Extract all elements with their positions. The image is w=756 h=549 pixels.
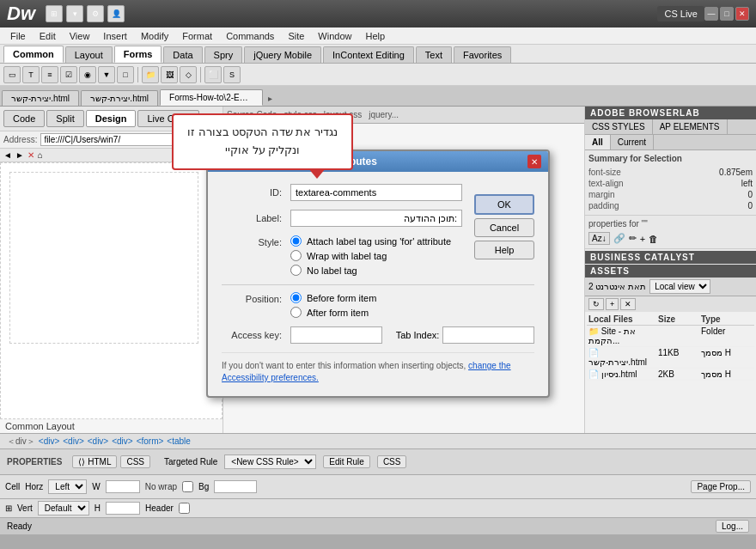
close-button[interactable]: ✕ bbox=[735, 7, 749, 21]
select-icon[interactable]: ▼ bbox=[98, 66, 115, 83]
spry-icon[interactable]: S bbox=[223, 66, 241, 83]
no-wrap-checkbox[interactable] bbox=[182, 481, 193, 492]
tab-common[interactable]: Common bbox=[3, 46, 64, 63]
label-input[interactable] bbox=[290, 210, 462, 227]
textarea-icon[interactable]: ≡ bbox=[41, 66, 58, 83]
horz-select[interactable]: Left bbox=[48, 479, 87, 494]
minimize-button[interactable]: — bbox=[704, 7, 718, 21]
breadcrumb-div2[interactable]: <div> bbox=[63, 436, 83, 446]
grid-icon[interactable]: ⊞ bbox=[46, 5, 63, 22]
breadcrumb-div1[interactable]: <div> bbox=[39, 436, 59, 446]
refresh-btn[interactable]: ↻ bbox=[588, 298, 604, 310]
add-icon[interactable]: + bbox=[640, 234, 645, 244]
radio-icon[interactable]: ◉ bbox=[79, 66, 96, 83]
ok-button[interactable]: OK bbox=[474, 194, 534, 215]
link-icon[interactable]: 🔗 bbox=[613, 233, 625, 244]
new-file-btn[interactable]: + bbox=[606, 298, 619, 310]
id-input[interactable] bbox=[290, 184, 462, 201]
breadcrumb-div4[interactable]: <div> bbox=[112, 436, 132, 446]
hidden-icon[interactable]: ◇ bbox=[180, 66, 197, 83]
dialog-close-btn[interactable]: ✕ bbox=[527, 155, 541, 168]
jquery-tab[interactable]: jquery... bbox=[369, 110, 399, 119]
breadcrumb-table[interactable]: <table bbox=[167, 436, 191, 446]
menu-file[interactable]: File bbox=[3, 29, 33, 43]
html-toggle-btn[interactable]: ⟨⟩ HTML bbox=[72, 455, 117, 468]
delete-icon[interactable]: 🗑 bbox=[649, 234, 658, 244]
menu-edit[interactable]: Edit bbox=[33, 29, 63, 43]
down-arrow-icon[interactable]: ▾ bbox=[66, 5, 83, 22]
textfield-icon[interactable]: T bbox=[22, 66, 40, 83]
access-key-input[interactable] bbox=[290, 326, 382, 344]
css-styles-tab[interactable]: CSS STYLES bbox=[585, 119, 653, 134]
page-prop-btn[interactable]: Page Prop... bbox=[691, 480, 751, 493]
back-btn[interactable]: ◄ bbox=[3, 150, 12, 160]
breadcrumb-form[interactable]: <form> bbox=[137, 436, 164, 446]
tab-data[interactable]: Data bbox=[163, 46, 202, 63]
code-view-btn[interactable]: Code bbox=[3, 110, 45, 127]
css-panel-btn[interactable]: CSS bbox=[377, 455, 407, 468]
ap-elements-tab[interactable]: AP ELEMENTS bbox=[653, 119, 728, 134]
button-icon[interactable]: □ bbox=[117, 66, 134, 83]
tab-incontext[interactable]: InContext Editing bbox=[323, 46, 414, 63]
settings-icon[interactable]: ⚙ bbox=[87, 5, 104, 22]
file-item-html2[interactable]: 📄 ניסיון.html 2KB מסמך H bbox=[587, 369, 754, 381]
tab-jquery-mobile[interactable]: jQuery Mobile bbox=[244, 46, 321, 63]
menu-site[interactable]: Site bbox=[281, 29, 311, 43]
css-toggle-btn[interactable]: CSS bbox=[120, 455, 150, 468]
image-icon[interactable]: 🖼 bbox=[161, 66, 178, 83]
doc-tab-3[interactable]: Forms-How-to\2-Empty\יצירת-קשר.html bbox=[160, 89, 263, 106]
menu-insert[interactable]: Insert bbox=[96, 29, 134, 43]
tab-text[interactable]: Text bbox=[416, 46, 452, 63]
tab-forms[interactable]: Forms bbox=[114, 46, 162, 63]
style-option-none[interactable]: No label tag bbox=[290, 265, 534, 276]
doc-tab-1[interactable]: יצירת-קשר.html bbox=[2, 90, 79, 106]
tab-all[interactable]: All bbox=[585, 135, 611, 149]
file-item-site[interactable]: 📁 Site - את הקמת... Folder bbox=[587, 326, 754, 347]
tab-index-input[interactable] bbox=[442, 326, 534, 344]
menu-help[interactable]: Help bbox=[358, 29, 392, 43]
header-checkbox[interactable] bbox=[179, 503, 190, 514]
file-field-icon[interactable]: 📁 bbox=[142, 66, 159, 83]
split-view-btn[interactable]: Split bbox=[46, 110, 83, 127]
style-radio-wrap[interactable] bbox=[290, 250, 302, 261]
vert-select[interactable]: Default bbox=[38, 501, 89, 515]
stop-btn[interactable]: ✕ bbox=[27, 150, 34, 160]
doc-tab-2[interactable]: יצירת-קשר.html bbox=[81, 90, 158, 106]
bg-input[interactable] bbox=[214, 480, 257, 493]
style-radio-none[interactable] bbox=[290, 265, 302, 276]
tab-favorites[interactable]: Favorites bbox=[454, 46, 511, 63]
design-view-btn[interactable]: Design bbox=[86, 110, 137, 127]
fieldset-icon[interactable]: ⬜ bbox=[204, 66, 222, 83]
doc-tab-more[interactable]: ▸ bbox=[263, 91, 277, 106]
h-input[interactable] bbox=[106, 502, 140, 515]
az-sort-btn[interactable]: Az↓ bbox=[588, 232, 610, 245]
checkbox-icon[interactable]: ☑ bbox=[60, 66, 77, 83]
person-icon[interactable]: 👤 bbox=[107, 5, 125, 22]
position-radio-before[interactable] bbox=[290, 292, 302, 303]
cancel-button[interactable]: Cancel bbox=[474, 218, 534, 237]
position-before[interactable]: Before form item bbox=[290, 292, 534, 303]
position-after[interactable]: After form item bbox=[290, 307, 534, 318]
edit-rule-btn[interactable]: Edit Rule bbox=[323, 455, 370, 468]
breadcrumb-div3[interactable]: <div> bbox=[88, 436, 108, 446]
file-item-html1[interactable]: 📄 יצירת-קשר.html 11KB מסמך H bbox=[587, 347, 754, 369]
style-radio-attach[interactable] bbox=[290, 235, 302, 247]
home-btn[interactable]: ⌂ bbox=[38, 150, 43, 160]
tab-layout[interactable]: Layout bbox=[65, 46, 113, 63]
menu-format[interactable]: Format bbox=[175, 29, 219, 43]
menu-modify[interactable]: Modify bbox=[134, 29, 175, 43]
tab-spry[interactable]: Spry bbox=[204, 46, 243, 63]
menu-commands[interactable]: Commands bbox=[219, 29, 281, 43]
w-input[interactable] bbox=[106, 480, 140, 493]
log-btn[interactable]: Log... bbox=[716, 520, 749, 533]
targeted-rule-select[interactable]: <New CSS Rule> bbox=[224, 454, 316, 469]
maximize-button[interactable]: □ bbox=[720, 7, 734, 21]
form-icon[interactable]: ▭ bbox=[3, 66, 21, 83]
position-radio-after[interactable] bbox=[290, 307, 302, 318]
view-select[interactable]: Local view bbox=[649, 279, 710, 294]
menu-view[interactable]: View bbox=[63, 29, 97, 43]
forward-btn[interactable]: ► bbox=[15, 150, 24, 160]
tab-current[interactable]: Current bbox=[611, 135, 654, 149]
menu-window[interactable]: Window bbox=[311, 29, 358, 43]
delete-file-btn[interactable]: ✕ bbox=[620, 298, 636, 310]
